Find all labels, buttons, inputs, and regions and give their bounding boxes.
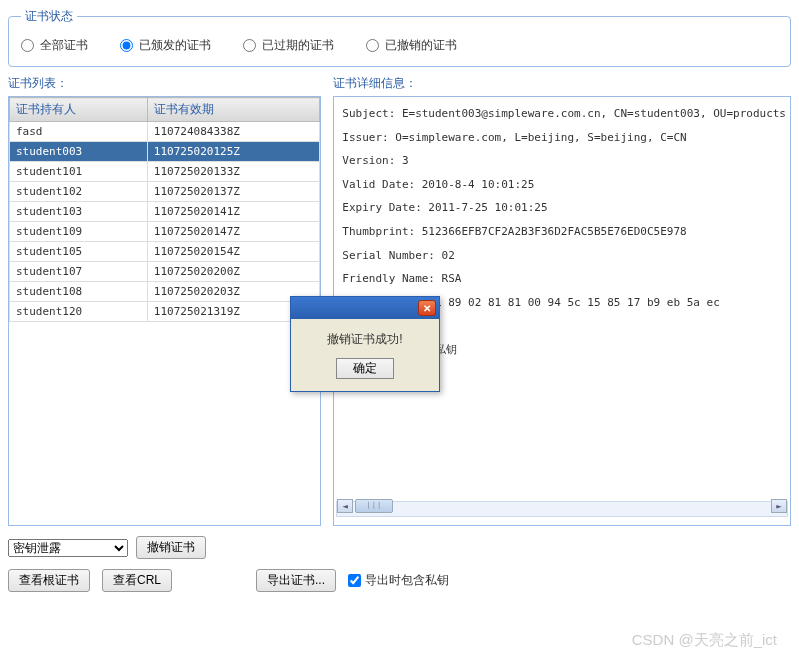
cell-expiry: 110725020125Z (147, 142, 319, 162)
radio-issued-input[interactable] (120, 39, 133, 52)
table-row[interactable]: student120110725021319Z (10, 302, 320, 322)
scroll-left-icon[interactable]: ◄ (337, 499, 353, 513)
cell-holder: student003 (10, 142, 148, 162)
scroll-thumb[interactable] (355, 499, 393, 513)
cell-holder: student101 (10, 162, 148, 182)
detail-expiry: Expiry Date: 2011-7-25 10:01:25 (342, 199, 786, 217)
radio-expired-input[interactable] (243, 39, 256, 52)
cell-holder: student120 (10, 302, 148, 322)
table-row[interactable]: student107110725020200Z (10, 262, 320, 282)
revoke-reason-select[interactable]: 密钥泄露 (8, 539, 128, 557)
cell-holder: student102 (10, 182, 148, 202)
list-label: 证书列表： (8, 75, 321, 92)
detail-valid: Valid Date: 2010-8-4 10:01:25 (342, 176, 786, 194)
dialog-ok-button[interactable]: 确定 (336, 358, 394, 379)
detail-issuer: Issuer: O=simpleware.com, L=beijing, S=b… (342, 129, 786, 147)
detail-label: 证书详细信息： (333, 75, 791, 92)
cell-expiry: 110725020133Z (147, 162, 319, 182)
status-legend: 证书状态 (21, 8, 77, 25)
detail-friendly: Friendly Name: RSA (342, 270, 786, 288)
radio-all-input[interactable] (21, 39, 34, 52)
cell-holder: student107 (10, 262, 148, 282)
dialog-message: 撤销证书成功! (303, 331, 427, 348)
table-row[interactable]: student102110725020137Z (10, 182, 320, 202)
cell-expiry: 110724084338Z (147, 122, 319, 142)
detail-version: Version: 3 (342, 152, 786, 170)
export-privatekey-checkbox[interactable] (348, 574, 361, 587)
cert-table: 证书持有人 证书有效期 fasd110724084338Zstudent0031… (9, 97, 320, 322)
close-icon[interactable]: ✕ (418, 300, 436, 316)
view-root-button[interactable]: 查看根证书 (8, 569, 90, 592)
view-crl-button[interactable]: 查看CRL (102, 569, 172, 592)
export-privatekey-label[interactable]: 导出时包含私钥 (348, 572, 449, 589)
watermark: CSDN @天亮之前_ict (632, 631, 777, 650)
cell-holder: student103 (10, 202, 148, 222)
cell-expiry: 110725020154Z (147, 242, 319, 262)
revoke-button[interactable]: 撤销证书 (136, 536, 206, 559)
radio-revoked-input[interactable] (366, 39, 379, 52)
cert-list: 证书持有人 证书有效期 fasd110724084338Zstudent0031… (8, 96, 321, 526)
dialog: ✕ 撤销证书成功! 确定 (290, 296, 440, 392)
scrollbar[interactable]: ◄ ► (336, 501, 788, 517)
radio-expired[interactable]: 已过期的证书 (243, 37, 334, 54)
table-row[interactable]: student003110725020125Z (10, 142, 320, 162)
table-row[interactable]: student109110725020147Z (10, 222, 320, 242)
table-row[interactable]: student105110725020154Z (10, 242, 320, 262)
detail-subject: Subject: E=student003@simpleware.com.cn,… (342, 105, 786, 123)
radio-all[interactable]: 全部证书 (21, 37, 88, 54)
cell-holder: student108 (10, 282, 148, 302)
detail-thumbprint: Thumbprint: 512366EFB7CF2A2B3F36D2FAC5B5… (342, 223, 786, 241)
cell-expiry: 110725020137Z (147, 182, 319, 202)
col-holder[interactable]: 证书持有人 (10, 98, 148, 122)
table-row[interactable]: student101110725020133Z (10, 162, 320, 182)
export-cert-button[interactable]: 导出证书... (256, 569, 336, 592)
table-row[interactable]: student108110725020203Z (10, 282, 320, 302)
cell-holder: fasd (10, 122, 148, 142)
cell-expiry: 110725020200Z (147, 262, 319, 282)
dialog-titlebar[interactable]: ✕ (291, 297, 439, 319)
col-expiry[interactable]: 证书有效期 (147, 98, 319, 122)
status-radio-group: 全部证书 已颁发的证书 已过期的证书 已撤销的证书 (21, 33, 778, 58)
status-fieldset: 证书状态 全部证书 已颁发的证书 已过期的证书 已撤销的证书 (8, 8, 791, 67)
cell-holder: student105 (10, 242, 148, 262)
cell-expiry: 110725020141Z (147, 202, 319, 222)
scroll-right-icon[interactable]: ► (771, 499, 787, 513)
detail-serial: Serial Number: 02 (342, 247, 786, 265)
table-row[interactable]: fasd110724084338Z (10, 122, 320, 142)
cell-expiry: 110725020147Z (147, 222, 319, 242)
radio-revoked[interactable]: 已撤销的证书 (366, 37, 457, 54)
cell-holder: student109 (10, 222, 148, 242)
radio-issued[interactable]: 已颁发的证书 (120, 37, 211, 54)
table-row[interactable]: student103110725020141Z (10, 202, 320, 222)
